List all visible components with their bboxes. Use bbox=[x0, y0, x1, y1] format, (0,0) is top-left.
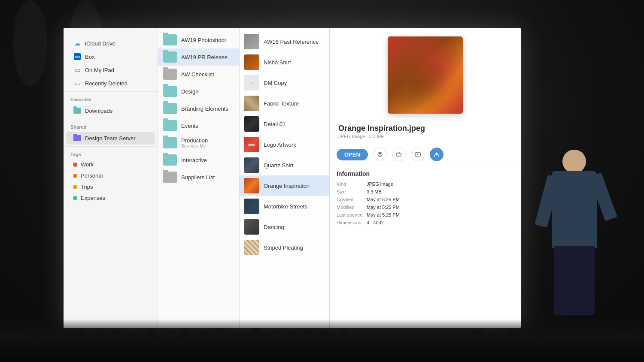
sidebar-item-label-ipad: On My iPad bbox=[85, 67, 114, 73]
folder-icon-design bbox=[163, 86, 177, 97]
file-item-orange[interactable]: Orange Inspiration bbox=[240, 175, 329, 196]
sidebar-item-design-team[interactable]: Design Team Server bbox=[66, 132, 155, 145]
info-value-created: May at 5:25 PM bbox=[367, 197, 400, 202]
folder-icon-branding bbox=[163, 103, 177, 114]
trash-icon: ▭ bbox=[73, 79, 82, 87]
audience-head bbox=[541, 329, 551, 339]
folder-sub-production: Business Me bbox=[181, 144, 234, 148]
work-tag-dot bbox=[73, 163, 77, 167]
folder-icon-aw19-pr bbox=[163, 51, 177, 63]
audience-head bbox=[524, 330, 535, 341]
sidebar-item-tag-personal[interactable]: Personal bbox=[66, 170, 155, 181]
file-thumb-dancing bbox=[244, 219, 259, 235]
open-button[interactable]: OPEN bbox=[337, 149, 368, 160]
file-item-nisha[interactable]: Nisha Shirt bbox=[240, 52, 329, 72]
info-value-kind: JPEG image bbox=[367, 181, 393, 187]
info-label-created: Created bbox=[337, 197, 367, 202]
file-item-quartz[interactable]: Quartz Shirt bbox=[240, 155, 329, 175]
person-icon bbox=[434, 151, 440, 157]
preview-panel: Orange Inspiration.jpeg JPEG Image · 3.3… bbox=[330, 28, 521, 328]
info-value-last-opened: May at 5:25 PM bbox=[367, 212, 400, 217]
file-item-dm[interactable]: ≡ DM Copy bbox=[240, 72, 329, 93]
sidebar-item-tag-work[interactable]: Work bbox=[66, 159, 155, 170]
preview-image-area bbox=[330, 28, 521, 122]
file-item-aw18[interactable]: AW18 Past Reference bbox=[240, 31, 329, 52]
audience-head bbox=[28, 331, 40, 343]
cloud-icon: ☁ bbox=[73, 39, 82, 48]
file-item-motorbike[interactable]: Motorbike Streets bbox=[240, 196, 329, 217]
folder-item-suppliers[interactable]: Suppliers List bbox=[158, 169, 239, 186]
ipad-icon: ▭ bbox=[73, 66, 82, 74]
sidebar-item-ipad[interactable]: ▭ On My iPad bbox=[66, 63, 155, 76]
slideshow-action-button[interactable] bbox=[411, 148, 425, 161]
share-action-button[interactable] bbox=[373, 148, 387, 161]
audience-head bbox=[268, 330, 279, 341]
folder-item-events[interactable]: Events bbox=[158, 117, 239, 134]
tags-section-label: Tags bbox=[64, 148, 158, 159]
shared-section-label: Shared bbox=[64, 121, 158, 131]
file-list: AW18 Past Reference Nisha Shirt ≡ DM Cop… bbox=[240, 28, 330, 328]
file-name-logo: Logo Artwork bbox=[264, 142, 296, 148]
person-action-button[interactable] bbox=[430, 148, 444, 161]
expenses-tag-dot bbox=[73, 196, 77, 200]
audience-head bbox=[163, 330, 174, 341]
audience-head bbox=[251, 328, 262, 338]
audience-head bbox=[234, 332, 244, 341]
info-label-size: Size bbox=[337, 189, 367, 194]
file-item-fabric[interactable]: Fabric Texture bbox=[240, 93, 329, 114]
file-item-logo[interactable]: falke Logo Artwork bbox=[240, 134, 329, 155]
sidebar-item-recently-deleted[interactable]: ▭ Recently Deleted bbox=[66, 77, 155, 90]
folder-name-aw19-pr: AW19 PR Release bbox=[181, 54, 228, 60]
personal-tag-dot bbox=[73, 174, 77, 178]
presenter-head bbox=[562, 150, 586, 173]
audience-head bbox=[472, 329, 484, 341]
audience-head bbox=[286, 331, 297, 342]
tag-label-trips: Trips bbox=[81, 184, 93, 190]
sidebar-item-label-downloads: Downloads bbox=[85, 108, 112, 114]
folder-item-design[interactable]: Design › bbox=[158, 83, 239, 100]
presenter-figure bbox=[539, 150, 610, 317]
sidebar-item-box[interactable]: box Box bbox=[66, 50, 155, 63]
info-action-button[interactable] bbox=[392, 148, 406, 161]
file-item-dancing[interactable]: Dancing bbox=[240, 217, 329, 237]
preview-image-hand-detail bbox=[388, 36, 463, 114]
audience-head bbox=[558, 330, 569, 341]
audience-head bbox=[612, 330, 623, 341]
file-thumb-moto bbox=[244, 199, 259, 214]
audience-head bbox=[146, 329, 155, 338]
audience-head bbox=[575, 330, 587, 342]
folder-icon-interactive bbox=[163, 154, 177, 166]
divider-2 bbox=[64, 119, 158, 119]
info-label-last-opened: Last opened bbox=[337, 212, 367, 217]
folder-item-aw19-photoshoot[interactable]: AW19 Photoshoot bbox=[158, 31, 239, 48]
folder-item-production[interactable]: Production Business Me › bbox=[158, 134, 239, 151]
folder-item-aw19-pr[interactable]: AW19 PR Release › bbox=[158, 48, 239, 66]
audience-head bbox=[215, 328, 226, 340]
chevron-right-icon-branding: › bbox=[234, 106, 236, 111]
sidebar-item-downloads[interactable]: Downloads bbox=[66, 104, 155, 117]
files-app: ☁ iCloud Drive box Box ▭ On My iPad ▭ Re… bbox=[64, 28, 521, 328]
audience-head bbox=[13, 330, 24, 341]
divider-3 bbox=[64, 146, 158, 147]
sidebar-item-icloud[interactable]: ☁ iCloud Drive bbox=[66, 37, 155, 50]
file-thumb-nisha bbox=[244, 54, 259, 70]
folder-item-branding[interactable]: Branding Elements › bbox=[158, 100, 239, 117]
sidebar-item-tag-expenses[interactable]: Expenses bbox=[66, 193, 155, 203]
audience-head bbox=[489, 332, 500, 342]
sidebar-item-label-icloud: iCloud Drive bbox=[85, 40, 115, 47]
folder-item-interactive[interactable]: Interactive bbox=[158, 151, 239, 169]
audience-head bbox=[197, 331, 208, 342]
folder-name-aw-checklist: AW Checklist bbox=[181, 71, 214, 78]
file-name-nisha: Nisha Shirt bbox=[264, 59, 291, 66]
audience-head bbox=[129, 331, 140, 341]
sidebar-item-tag-trips[interactable]: Trips bbox=[66, 181, 155, 192]
sidebar: ☁ iCloud Drive box Box ▭ On My iPad ▭ Re… bbox=[64, 28, 158, 328]
file-item-detail[interactable]: Detail 01 bbox=[240, 114, 329, 134]
info-row-size: Size 3.3 MB bbox=[337, 189, 514, 194]
preview-image bbox=[388, 36, 463, 114]
file-item-striped[interactable]: Striped Pleating bbox=[240, 237, 329, 258]
sidebar-item-label-deleted: Recently Deleted bbox=[85, 80, 128, 87]
file-thumb-logo: falke bbox=[244, 137, 259, 152]
folder-item-aw-checklist[interactable]: AW Checklist bbox=[158, 66, 239, 83]
info-section: Information Kind JPEG image Size 3.3 MB … bbox=[330, 165, 521, 233]
